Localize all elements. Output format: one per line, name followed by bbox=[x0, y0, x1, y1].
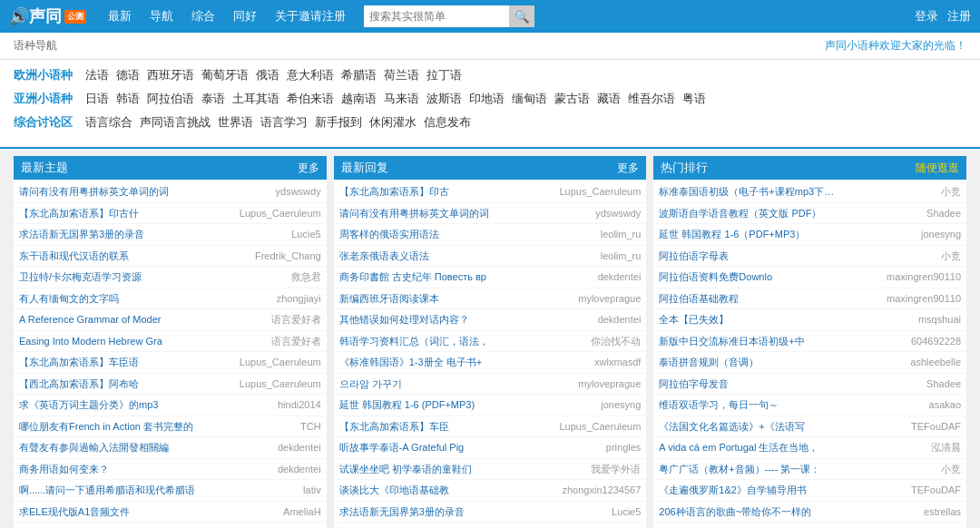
item-title-link[interactable]: 哪位朋友有French in Action 套书完整的 bbox=[19, 419, 201, 435]
login-link[interactable]: 登录 bbox=[915, 8, 938, 24]
item-title-link[interactable]: 东干语和现代汉语的联系 bbox=[19, 249, 201, 264]
lang-italian[interactable]: 意大利语 bbox=[285, 67, 336, 83]
lang-korean[interactable]: 韩语 bbox=[114, 91, 142, 107]
item-title-link[interactable]: 延世 韩国教程 1-6 (PDF+MP3) bbox=[339, 397, 521, 413]
item-title-link[interactable]: 《标准韩国语》1-3册全 电子书+ bbox=[339, 355, 521, 370]
item-title-link[interactable]: 全本【已失效】 bbox=[659, 312, 840, 328]
latest-replies-title: 最新回复 bbox=[341, 160, 388, 176]
item-title-link[interactable]: 【东北高加索语系】车臣 bbox=[339, 419, 521, 435]
item-title-link[interactable]: 阿拉伯语字母表 bbox=[659, 249, 840, 264]
item-title-link[interactable]: 周客样的俄语实用语法 bbox=[339, 227, 521, 242]
item-title-link[interactable]: 阿拉伯语基础教程 bbox=[659, 291, 840, 307]
item-title-link[interactable]: 阿拉伯字母发音 bbox=[659, 376, 840, 392]
nav-hobbyist[interactable]: 同好 bbox=[224, 0, 266, 33]
discussion-casual[interactable]: 休闲灌水 bbox=[368, 114, 418, 131]
list-item: 206种语言的歌曲~带给你不一样的estrellas bbox=[653, 502, 966, 523]
list-item: 【东北高加索语系】印古什Lupus_Caeruleum bbox=[14, 203, 327, 225]
hot-topics-extra[interactable]: 随便逛逛 bbox=[916, 161, 959, 176]
item-title-link[interactable]: 新编西班牙语阅读课本 bbox=[339, 291, 521, 307]
lang-arabic[interactable]: 阿拉伯语 bbox=[145, 91, 196, 107]
discussion-info[interactable]: 信息发布 bbox=[422, 114, 473, 131]
item-title-link[interactable]: 啊......请问一下通用希腊语和现代希腊语 bbox=[19, 483, 201, 498]
item-title-link[interactable]: 张老亲俄语表义语法 bbox=[339, 249, 521, 264]
item-title-link[interactable]: 【西北高加索语系】阿布哈 bbox=[19, 376, 201, 392]
lang-spanish[interactable]: 西班牙语 bbox=[145, 67, 196, 83]
discussion-esperanto[interactable]: 世界语 bbox=[216, 114, 255, 131]
item-title-link[interactable]: 谈谈比大《印地语基础教 bbox=[339, 483, 521, 498]
lang-russian[interactable]: 俄语 bbox=[254, 67, 281, 83]
item-user: dekdentei bbox=[598, 269, 642, 285]
discussion-linguistics2[interactable]: 语言学习 bbox=[259, 114, 309, 131]
list-item: 请问有没有用粤拼标英文单词的词ydswswdy bbox=[14, 181, 327, 203]
item-title-link[interactable]: 【东北高加索语系】印古 bbox=[339, 184, 521, 200]
item-title-link[interactable]: 阿拉伯语资料免费Downlo bbox=[659, 269, 840, 285]
search-input[interactable] bbox=[364, 5, 509, 27]
lang-greek[interactable]: 希腊语 bbox=[339, 67, 378, 83]
lang-vietnamese[interactable]: 越南语 bbox=[339, 91, 378, 107]
item-title-link[interactable]: 波斯语自学语音教程（英文版 PDF） bbox=[659, 206, 840, 221]
latest-topics-more[interactable]: 更多 bbox=[298, 161, 319, 176]
lang-uyghur[interactable]: 维吾尔语 bbox=[626, 91, 677, 107]
item-title-link[interactable]: 商务印書館 古史纪年 Повесть вр bbox=[339, 269, 521, 285]
nav-general[interactable]: 综合 bbox=[182, 0, 224, 33]
lang-persian[interactable]: 波斯语 bbox=[425, 91, 464, 107]
item-title-link[interactable]: A Reference Grammar of Moder bbox=[19, 312, 201, 328]
lang-tibetan[interactable]: 藏语 bbox=[595, 91, 622, 107]
item-title-link[interactable]: 维语双语学习，每日一句～ bbox=[659, 397, 840, 413]
lang-latin[interactable]: 拉丁语 bbox=[425, 67, 464, 83]
lang-mongolian[interactable]: 蒙古语 bbox=[553, 91, 592, 107]
item-title-link[interactable]: 《法国文化名篇选读》+《法语写 bbox=[659, 419, 840, 435]
item-title-link[interactable]: 206种语言的歌曲~带给你不一样的 bbox=[659, 504, 840, 520]
item-title-link[interactable]: 延世 韩国教程 1-6（PDF+MP3） bbox=[659, 227, 840, 242]
item-title-link[interactable]: 으라암 가꾸기 bbox=[339, 376, 521, 392]
item-title-link[interactable]: 粤广广话（教材+音频）---- 第一课： bbox=[659, 462, 840, 477]
list-item: 泰语拼音规则（音调）ashleebelle bbox=[653, 352, 966, 374]
item-title-link[interactable]: 有人有缅甸文的文字吗 bbox=[19, 291, 201, 307]
lang-burmese[interactable]: 缅甸语 bbox=[510, 91, 549, 107]
lang-turkish[interactable]: 土耳其语 bbox=[230, 91, 281, 107]
nav-banner: 语种导航 声同小语种欢迎大家的光临！ bbox=[0, 33, 980, 60]
item-title-link[interactable]: 新版中日交流标准日本语初级+中 bbox=[659, 334, 840, 349]
latest-replies-more[interactable]: 更多 bbox=[617, 161, 639, 176]
register-link[interactable]: 注册 bbox=[947, 8, 971, 24]
discussion-linguistics[interactable]: 语言综合 bbox=[83, 114, 134, 131]
lang-portuguese[interactable]: 葡萄牙语 bbox=[200, 67, 250, 83]
nav-guide[interactable]: 导航 bbox=[141, 0, 182, 33]
lang-german[interactable]: 德语 bbox=[114, 67, 142, 83]
item-title-link[interactable]: 试课坐坐吧 初学泰语的童鞋们 bbox=[339, 462, 521, 477]
item-title-link[interactable]: 卫拉特/卡尔梅克语学习资源 bbox=[19, 269, 201, 285]
lang-french[interactable]: 法语 bbox=[83, 67, 111, 83]
item-title-link[interactable]: 韩语学习资料汇总（词汇，语法， bbox=[339, 334, 521, 349]
discussion-newbies[interactable]: 新手报到 bbox=[313, 114, 364, 131]
list-item: 求法语新无国界第3册的录音Lucie5 bbox=[334, 502, 647, 523]
lang-hebrew[interactable]: 希伯来语 bbox=[285, 91, 336, 107]
item-title-link[interactable]: 求《英语万词主题分类》的mp3 bbox=[19, 397, 201, 413]
discussion-challenge[interactable]: 声同语言挑战 bbox=[138, 114, 212, 131]
search-button[interactable]: 🔍 bbox=[509, 5, 534, 27]
item-title-link[interactable]: 求法语新无国界第3册的录音 bbox=[339, 504, 521, 520]
lang-thai[interactable]: 泰语 bbox=[200, 91, 227, 107]
item-title-link[interactable]: 请问有没有用粤拼标英文单词的词 bbox=[339, 206, 521, 221]
item-title-link[interactable]: 商务用语如何变来？ bbox=[19, 462, 201, 477]
item-user: leolim_ru bbox=[601, 249, 642, 264]
lang-malay[interactable]: 马来语 bbox=[382, 91, 421, 107]
item-title-link[interactable]: 【东北高加索语系】车臣语 bbox=[19, 355, 201, 370]
item-title-link[interactable]: 《走遍俄罗斯1&2》自学辅导用书 bbox=[659, 483, 840, 498]
nav-latest[interactable]: 最新 bbox=[99, 0, 141, 33]
lang-cantonese[interactable]: 粤语 bbox=[681, 91, 708, 107]
item-title-link[interactable]: 有聲友有参與過輸入法開發相關編 bbox=[19, 440, 201, 455]
item-title-link[interactable]: A vida cá em Portugal 生活在当地， bbox=[659, 440, 840, 455]
lang-hindi[interactable]: 印地语 bbox=[467, 91, 506, 107]
item-title-link[interactable]: 标准泰国语初级（电子书+课程mp3下载） bbox=[659, 184, 840, 200]
item-title-link[interactable]: Easing Into Modern Hebrew Gra bbox=[19, 334, 201, 349]
nav-invite[interactable]: 关于邀请注册 bbox=[266, 0, 355, 33]
item-title-link[interactable]: 求法语新无国界第3册的录音 bbox=[19, 227, 201, 242]
lang-dutch[interactable]: 荷兰语 bbox=[382, 67, 421, 83]
item-title-link[interactable]: 求ELE现代版A1音频文件 bbox=[19, 504, 201, 520]
item-title-link[interactable]: 【东北高加索语系】印古什 bbox=[19, 206, 201, 221]
lang-japanese[interactable]: 日语 bbox=[83, 91, 111, 107]
item-title-link[interactable]: 听故事学泰语-A Grateful Pig bbox=[339, 440, 521, 455]
item-title-link[interactable]: 泰语拼音规则（音调） bbox=[659, 355, 840, 370]
item-title-link[interactable]: 请问有没有用粤拼标英文单词的词 bbox=[19, 184, 201, 200]
item-title-link[interactable]: 其他错误如何处理对话内容？ bbox=[339, 312, 521, 328]
